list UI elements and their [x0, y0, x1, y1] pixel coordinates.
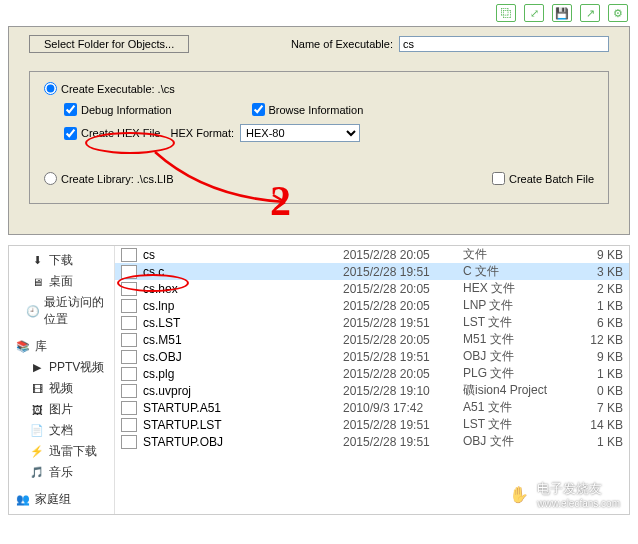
file-type: PLG 文件 [463, 365, 573, 382]
expand-icon[interactable]: ⤢ [524, 4, 544, 22]
file-date: 2010/9/3 17:42 [343, 401, 463, 415]
download-icon: ⬇ [29, 254, 45, 268]
file-type: A51 文件 [463, 399, 573, 416]
create-library-label: Create Library: .\cs.LIB [61, 173, 174, 185]
nav-music[interactable]: 🎵音乐 [9, 462, 114, 483]
save-icon[interactable]: 💾 [552, 4, 572, 22]
debug-information-checkbox[interactable] [64, 103, 77, 116]
thunder-icon: ⚡ [29, 445, 45, 459]
file-icon [121, 265, 137, 279]
select-folder-button[interactable]: Select Folder for Objects... [29, 35, 189, 53]
file-type: 礦ision4 Project [463, 382, 573, 399]
file-row[interactable]: cs.LST2015/2/28 19:51LST 文件6 KB [115, 314, 629, 331]
videos-icon: 🎞 [29, 382, 45, 396]
recent-icon: 🕘 [26, 304, 40, 318]
create-library-radio[interactable] [44, 172, 57, 185]
file-type: OBJ 文件 [463, 433, 573, 450]
file-icon [121, 367, 137, 381]
output-options-dialog: Select Folder for Objects... Name of Exe… [8, 26, 630, 235]
file-date: 2015/2/28 19:51 [343, 265, 463, 279]
pictures-icon: 🖼 [29, 403, 45, 417]
name-of-executable-input[interactable] [399, 36, 609, 52]
file-name: cs [143, 248, 343, 262]
watermark-icon: ✋ [505, 481, 533, 509]
gear-icon[interactable]: ⚙ [608, 4, 628, 22]
file-size: 1 KB [573, 299, 623, 313]
file-name: cs.OBJ [143, 350, 343, 364]
homegroup-icon: 👥 [15, 493, 31, 507]
file-icon [121, 282, 137, 296]
file-date: 2015/2/28 19:10 [343, 384, 463, 398]
documents-icon: 📄 [29, 424, 45, 438]
file-type: LST 文件 [463, 314, 573, 331]
file-date: 2015/2/28 20:05 [343, 367, 463, 381]
nav-homegroup[interactable]: 👥家庭组 [9, 489, 114, 510]
file-icon [121, 248, 137, 262]
browse-information-checkbox[interactable] [252, 103, 265, 116]
file-name: cs.LST [143, 316, 343, 330]
file-icon [121, 384, 137, 398]
file-size: 2 KB [573, 282, 623, 296]
file-name: cs.uvproj [143, 384, 343, 398]
file-size: 3 KB [573, 265, 623, 279]
browse-information-label: Browse Information [269, 104, 364, 116]
file-size: 0 KB [573, 384, 623, 398]
file-size: 9 KB [573, 248, 623, 262]
file-name: cs.c [143, 265, 343, 279]
file-date: 2015/2/28 19:51 [343, 435, 463, 449]
name-of-executable-label: Name of Executable: [291, 38, 393, 50]
nav-desktop[interactable]: 🖥桌面 [9, 271, 114, 292]
file-row[interactable]: cs.OBJ2015/2/28 19:51OBJ 文件9 KB [115, 348, 629, 365]
navigation-pane: ⬇下载 🖥桌面 🕘最近访问的位置 📚库 ▶PPTV视频 🎞视频 🖼图片 📄文档 … [9, 246, 115, 514]
nav-recent[interactable]: 🕘最近访问的位置 [9, 292, 114, 330]
file-date: 2015/2/28 20:05 [343, 248, 463, 262]
copy-icon[interactable]: ⿻ [496, 4, 516, 22]
file-date: 2015/2/28 20:05 [343, 299, 463, 313]
debug-information-label: Debug Information [81, 104, 172, 116]
file-row[interactable]: cs.uvproj2015/2/28 19:10礦ision4 Project0… [115, 382, 629, 399]
file-size: 12 KB [573, 333, 623, 347]
nav-downloads[interactable]: ⬇下载 [9, 250, 114, 271]
output-options-group: Create Executable: .\cs Debug Informatio… [29, 71, 609, 204]
file-row[interactable]: cs.lnp2015/2/28 20:05LNP 文件1 KB [115, 297, 629, 314]
file-size: 9 KB [573, 350, 623, 364]
share-icon[interactable]: ↗ [580, 4, 600, 22]
file-row[interactable]: cs2015/2/28 20:05文件9 KB [115, 246, 629, 263]
file-size: 6 KB [573, 316, 623, 330]
nav-libraries[interactable]: 📚库 [9, 336, 114, 357]
file-row[interactable]: STARTUP.LST2015/2/28 19:51LST 文件14 KB [115, 416, 629, 433]
file-name: cs.hex [143, 282, 343, 296]
desktop-icon: 🖥 [29, 275, 45, 289]
file-name: STARTUP.OBJ [143, 435, 343, 449]
create-executable-radio[interactable] [44, 82, 57, 95]
file-row[interactable]: cs.plg2015/2/28 20:05PLG 文件1 KB [115, 365, 629, 382]
file-icon [121, 316, 137, 330]
create-hex-file-checkbox[interactable] [64, 127, 77, 140]
file-row[interactable]: cs.c2015/2/28 19:51C 文件3 KB [115, 263, 629, 280]
file-name: cs.plg [143, 367, 343, 381]
file-type: LNP 文件 [463, 297, 573, 314]
file-name: cs.lnp [143, 299, 343, 313]
nav-thunder[interactable]: ⚡迅雷下载 [9, 441, 114, 462]
file-date: 2015/2/28 19:51 [343, 350, 463, 364]
file-row[interactable]: STARTUP.A512010/9/3 17:42A51 文件7 KB [115, 399, 629, 416]
create-batch-file-label: Create Batch File [509, 173, 594, 185]
nav-documents[interactable]: 📄文档 [9, 420, 114, 441]
file-size: 14 KB [573, 418, 623, 432]
nav-pictures[interactable]: 🖼图片 [9, 399, 114, 420]
nav-videos[interactable]: 🎞视频 [9, 378, 114, 399]
file-type: 文件 [463, 246, 573, 263]
hex-format-select[interactable]: HEX-80 [240, 124, 360, 142]
file-row[interactable]: STARTUP.OBJ2015/2/28 19:51OBJ 文件1 KB [115, 433, 629, 450]
file-icon [121, 418, 137, 432]
create-executable-label: Create Executable: .\cs [61, 83, 175, 95]
create-batch-file-checkbox[interactable] [492, 172, 505, 185]
file-icon [121, 350, 137, 364]
file-type: OBJ 文件 [463, 348, 573, 365]
file-row[interactable]: cs.hex2015/2/28 20:05HEX 文件2 KB [115, 280, 629, 297]
file-icon [121, 333, 137, 347]
file-name: STARTUP.LST [143, 418, 343, 432]
nav-pptv[interactable]: ▶PPTV视频 [9, 357, 114, 378]
music-icon: 🎵 [29, 466, 45, 480]
file-row[interactable]: cs.M512015/2/28 20:05M51 文件12 KB [115, 331, 629, 348]
